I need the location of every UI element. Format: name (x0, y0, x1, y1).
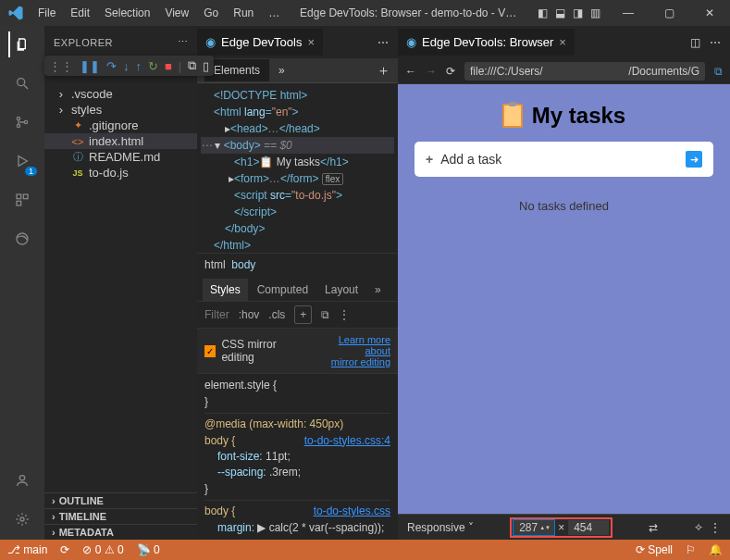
source-link[interactable]: to-do-styles.css (314, 504, 390, 519)
menu-run[interactable]: Run (227, 3, 260, 23)
feedback-icon[interactable]: ⚐ (686, 543, 696, 556)
sync-icon[interactable]: ⟳ (60, 543, 69, 556)
search-icon[interactable] (9, 70, 35, 96)
debug-restart-icon[interactable]: ↻ (148, 59, 158, 73)
extensions-icon[interactable] (9, 187, 35, 213)
mirror-editing-row: ✓ CSS mirror editing Learn more aboutmir… (197, 329, 398, 374)
add-task-input[interactable]: + Add a task ➜ (414, 142, 713, 177)
submit-icon[interactable]: ➜ (686, 151, 702, 168)
tree-file-gitignore[interactable]: ✦.gitignore (44, 118, 197, 133)
tree-folder-styles[interactable]: ›styles (44, 102, 197, 118)
reload-icon[interactable]: ⟳ (446, 65, 455, 78)
git-file-icon: ✦ (71, 119, 84, 131)
responsive-dropdown[interactable]: Responsive ˅ (407, 521, 474, 534)
menu-go[interactable]: Go (197, 3, 225, 23)
tab-styles[interactable]: Styles (203, 279, 248, 301)
menu-edit[interactable]: Edit (64, 3, 96, 23)
open-devtools-icon[interactable]: ⧉ (714, 65, 723, 78)
tab-layout[interactable]: Layout (317, 279, 365, 301)
back-icon[interactable]: ← (405, 65, 416, 78)
layout-panel-left-icon[interactable]: ◧ (538, 6, 548, 19)
more-icon[interactable]: ⋮ (339, 308, 350, 321)
tree-file-todo[interactable]: JSto-do.js (44, 165, 197, 180)
explorer-label: EXPLORER (54, 37, 113, 48)
device-icon[interactable]: ⧉ (321, 308, 329, 321)
source-control-icon[interactable] (9, 109, 35, 135)
tab-close-icon[interactable]: × (559, 35, 566, 49)
explorer-icon[interactable] (8, 31, 34, 57)
address-bar[interactable]: file:///C:/Users//Documents/G (464, 62, 705, 81)
new-style-icon[interactable]: + (294, 305, 312, 324)
width-input[interactable]: 287▲▼ (513, 520, 554, 535)
notifications-icon[interactable]: 🔔 (709, 543, 723, 556)
more-icon[interactable]: ⋮ (710, 521, 721, 534)
svg-rect-5 (17, 194, 21, 199)
debug-toolbar[interactable]: ⋮⋮ ❚❚ ↷ ↓ ↑ ↻ ■ | ⧉ ▯ (44, 56, 214, 76)
tab-computed[interactable]: Computed (250, 279, 316, 301)
spell-indicator[interactable]: ⟳ Spell (636, 543, 673, 556)
outline-section[interactable]: ›OUTLINE (44, 492, 197, 508)
editor-more-icon[interactable]: ⋯ (377, 36, 389, 49)
editor-more-icon[interactable]: ⋯ (710, 36, 721, 49)
split-editor-icon[interactable]: ◫ (690, 36, 700, 49)
debug-step-into-icon[interactable]: ↓ (123, 59, 130, 73)
branch-indicator[interactable]: ⎇ main (7, 543, 47, 556)
file-tree: ›.vscode ›styles ✦.gitignore <>index.htm… (44, 58, 197, 492)
tree-folder-vscode[interactable]: ›.vscode (44, 86, 197, 102)
close-button[interactable]: ✕ (689, 0, 730, 26)
menu-selection[interactable]: Selection (98, 3, 156, 23)
breadcrumb[interactable]: html body (197, 253, 398, 276)
debug-device-icon[interactable]: ▯ (203, 59, 209, 73)
menu-more[interactable]: … (262, 3, 286, 23)
elements-tab[interactable]: Elements (204, 59, 269, 81)
page-heading: My tasks (502, 103, 625, 129)
tree-file-index[interactable]: <>index.html (44, 133, 197, 149)
tree-file-readme[interactable]: ⓘREADME.md (44, 149, 197, 165)
svg-point-2 (17, 117, 19, 119)
wand-icon[interactable]: ✧ (694, 521, 703, 534)
settings-icon[interactable] (9, 506, 35, 532)
filter-input[interactable]: Filter (204, 308, 229, 321)
new-tab-icon[interactable]: ＋ (377, 62, 390, 80)
maximize-button[interactable]: ▢ (649, 0, 689, 26)
edge-tools-icon[interactable] (9, 226, 35, 252)
mirror-checkbox[interactable]: ✓ (204, 345, 216, 357)
more-tabs-icon[interactable]: » (278, 64, 285, 77)
forward-icon[interactable]: → (426, 65, 437, 78)
tab-devtools[interactable]: ◉ Edge DevTools × (197, 29, 323, 56)
js-file-icon: JS (71, 168, 84, 178)
debug-step-out-icon[interactable]: ↑ (136, 59, 142, 73)
more-tabs-icon[interactable]: » (367, 279, 389, 301)
timeline-section[interactable]: ›TIMELINE (44, 508, 197, 524)
debug-stop-icon[interactable]: ■ (165, 59, 172, 73)
layout-panel-right-icon[interactable]: ◨ (573, 6, 583, 19)
svg-point-4 (24, 120, 27, 123)
debug-step-over-icon[interactable]: ↷ (106, 59, 117, 73)
accounts-icon[interactable] (9, 467, 35, 493)
menu-file[interactable]: File (31, 3, 62, 23)
layout-panel-bottom-icon[interactable]: ⬓ (555, 6, 565, 19)
source-link[interactable]: to-do-styles.css:4 (304, 433, 390, 449)
height-input[interactable]: 454 (568, 520, 609, 535)
menu-view[interactable]: View (158, 3, 195, 23)
dom-tree[interactable]: <!DOCTYPE html> <html lang="en"> ▸<head>… (197, 83, 398, 253)
debug-icon[interactable]: 1 (9, 148, 35, 174)
page-viewport: My tasks + Add a task ➜ No tasks defined (398, 84, 730, 514)
mirror-link[interactable]: Learn more aboutmirror editing (314, 334, 390, 367)
explorer-more-icon[interactable]: ⋯ (178, 36, 189, 48)
hov-button[interactable]: :hov (239, 308, 260, 321)
cls-button[interactable]: .cls (268, 308, 285, 321)
debug-grip-icon[interactable]: ⋮⋮ (49, 59, 73, 73)
metadata-section[interactable]: ›METADATA (44, 524, 197, 540)
minimize-button[interactable]: ― (608, 0, 649, 26)
debug-pause-icon[interactable]: ❚❚ (80, 59, 100, 73)
problems-indicator[interactable]: ⊘ 0 ⚠ 0 (82, 543, 123, 556)
ports-indicator[interactable]: 📡 0 (137, 543, 160, 556)
rotate-icon[interactable]: ⇄ (649, 521, 658, 534)
plus-icon: + (426, 152, 433, 167)
layout-customize-icon[interactable]: ▥ (590, 6, 600, 19)
tab-browser[interactable]: ◉ Edge DevTools: Browser × (398, 29, 575, 56)
debug-inspect-icon[interactable]: ⧉ (188, 58, 196, 73)
tab-close-icon[interactable]: × (307, 35, 315, 49)
css-rules[interactable]: element.style { } @media (max-width: 450… (197, 374, 398, 540)
